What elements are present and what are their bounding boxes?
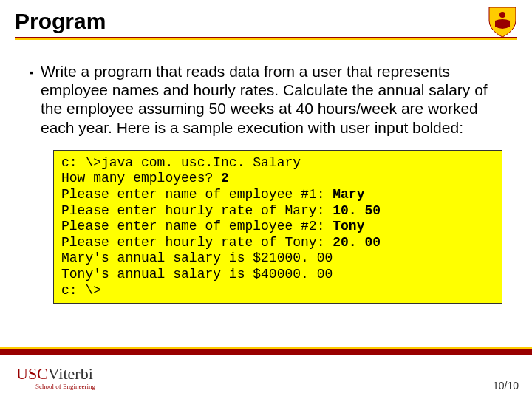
logo-subtitle: School of Engineering	[35, 383, 95, 390]
bullet-marker: ▪	[30, 66, 33, 78]
bullet-text: Write a program that reads data from a u…	[41, 62, 502, 137]
bullet-item: ▪ Write a program that reads data from a…	[30, 62, 502, 137]
slide-header: Program	[0, 0, 532, 43]
logo-usc-text: USC	[16, 364, 48, 383]
page-number: 10/10	[493, 380, 519, 392]
usc-shield-icon	[488, 6, 517, 41]
slide-content: ▪ Write a program that reads data from a…	[0, 43, 532, 304]
title-underline	[15, 37, 517, 40]
slide-title: Program	[15, 9, 517, 34]
logo-viterbi-text: Viterbi	[48, 364, 93, 383]
svg-point-0	[499, 12, 505, 18]
usc-viterbi-logo: USCViterbi School of Engineering	[16, 366, 95, 390]
slide-footer: USCViterbi School of Engineering 10/10	[0, 355, 532, 399]
footer-accent-bar	[0, 347, 532, 355]
code-sample-box: c: \>java com. usc.Inc. SalaryHow many e…	[53, 150, 502, 304]
